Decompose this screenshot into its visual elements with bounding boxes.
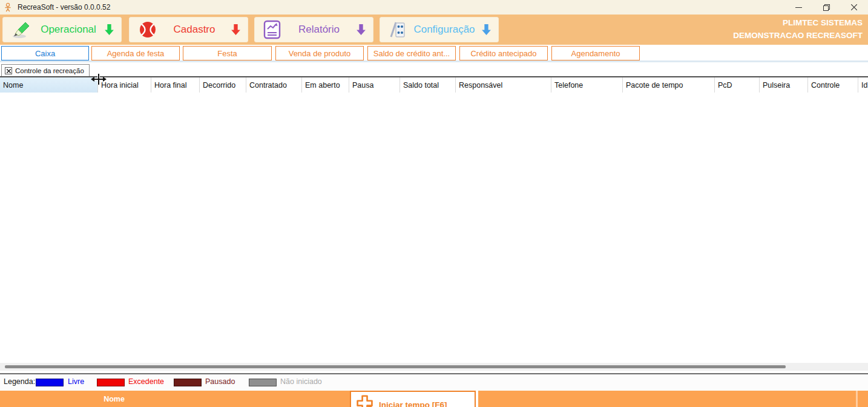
menu-button-relatorio[interactable]: Relatório [254, 17, 373, 42]
tab-label: Caixa [35, 49, 55, 58]
column-resize-cursor-icon [91, 73, 107, 85]
main-toolbar: Operacional Cadastro R [0, 15, 868, 45]
legend-label-pausado: Pausado [205, 377, 235, 386]
bottom-grid-header-right [478, 391, 868, 407]
module-tabstrip: Caixa Agenda de festa Festa Venda de pro… [0, 45, 868, 60]
tab-label: Venda de produto [289, 49, 351, 58]
column-label: PcD [718, 81, 732, 90]
column-label: Controle [811, 81, 840, 90]
column-header-pulseira[interactable]: Pulseira [760, 77, 808, 93]
column-label: Hora inicial [101, 81, 139, 90]
tab-label: Saldo de crédito ant... [373, 49, 450, 58]
legend-swatch-pausado [174, 379, 202, 386]
bottom-column-separator [856, 391, 858, 407]
window-title: RecreaSoft - versão 0.0.0.52 [18, 3, 110, 11]
minimize-button[interactable] [784, 0, 812, 15]
column-header-pcd[interactable]: PcD [715, 77, 760, 93]
app-window: RecreaSoft - versão 0.0.0.52 [0, 0, 868, 407]
down-arrow-icon [105, 24, 114, 36]
tab-festa[interactable]: Festa [183, 46, 272, 60]
menu-button-configuracao[interactable]: Configuração [380, 17, 499, 42]
down-arrow-icon [357, 24, 366, 36]
titlebar: RecreaSoft - versão 0.0.0.52 [0, 0, 868, 15]
horizontal-scrollbar[interactable] [0, 363, 868, 371]
column-header-saldo-total[interactable]: Saldo total [400, 77, 456, 93]
bottom-grid-header-bar: Nome Iniciar tempo [F6] [0, 391, 868, 407]
column-header-pacote-de-tempo[interactable]: Pacote de tempo [623, 77, 715, 93]
menu-button-cadastro[interactable]: Cadastro [129, 17, 248, 42]
company-name: PLIMTEC SISTEMAS [733, 16, 863, 29]
down-arrow-icon [482, 24, 491, 36]
column-label: Pulseira [763, 81, 790, 90]
legend-label-livre: Livre [68, 377, 84, 386]
menu-label-relatorio: Relatório [281, 24, 357, 36]
scrollbar-thumb[interactable] [5, 365, 786, 368]
app-icon [3, 2, 13, 12]
ball-icon [138, 20, 157, 39]
menu-label-operacional: Operacional [32, 24, 105, 36]
tab-agenda-de-festa[interactable]: Agenda de festa [91, 46, 180, 60]
legend-swatch-livre [36, 379, 64, 386]
start-time-label: Iniciar tempo [F6] [379, 400, 447, 407]
bottom-grid-header-left: Nome [0, 391, 350, 407]
tab-venda-de-produto[interactable]: Venda de produto [275, 46, 364, 60]
down-arrow-icon [231, 24, 240, 36]
column-label: Nome [3, 81, 23, 90]
column-header-hora-final[interactable]: Hora final [151, 77, 200, 93]
grid-header: Nome Hora inicial Hora final Decorrido C… [0, 77, 868, 93]
plus-clock-icon [356, 394, 374, 407]
bottom-column-header-nome[interactable]: Nome [0, 391, 228, 407]
restore-button[interactable] [812, 0, 840, 15]
report-chart-icon [263, 20, 281, 39]
legend-title: Legenda: [4, 377, 35, 386]
column-label: Em aberto [305, 81, 340, 90]
close-icon [851, 4, 857, 10]
column-header-contratado[interactable]: Contratado [246, 77, 302, 93]
close-button[interactable] [840, 0, 868, 15]
column-header-pausa[interactable]: Pausa [349, 77, 400, 93]
column-label: Pausa [352, 81, 373, 90]
tab-saldo-de-credito[interactable]: Saldo de crédito ant... [367, 46, 456, 60]
subtab-controle-da-recreacao[interactable]: Controle da recreação [1, 64, 90, 77]
grid-body[interactable] [0, 93, 868, 363]
column-label: Saldo total [403, 81, 439, 90]
tab-label: Agendamento [571, 49, 620, 58]
domino-icon [389, 20, 407, 39]
legend-label-nao-iniciado: Não iniciado [280, 377, 322, 386]
column-header-nome[interactable]: Nome [0, 77, 98, 93]
start-time-button[interactable]: Iniciar tempo [F6] [350, 391, 476, 407]
tab-label: Agenda de festa [107, 49, 165, 58]
tab-caixa[interactable]: Caixa [1, 46, 89, 60]
column-label: Decorrido [203, 81, 235, 90]
tab-credito-antecipado[interactable]: Crédito antecipado [459, 46, 548, 60]
tab-label: Festa [217, 49, 237, 58]
column-header-responsavel[interactable]: Responsável [456, 77, 551, 93]
tab-label: Crédito antecipado [470, 49, 536, 58]
tab-agendamento[interactable]: Agendamento [551, 46, 640, 60]
column-header-decorrido[interactable]: Decorrido [200, 77, 246, 93]
tabstrip-underline [0, 60, 868, 62]
column-header-id[interactable]: Id [858, 77, 868, 93]
legend-bar: Legenda: Livre Excedente Pausado Não ini… [0, 374, 868, 391]
column-label: Pacote de tempo [626, 81, 683, 90]
close-icon [7, 69, 11, 73]
menu-label-cadastro: Cadastro [157, 24, 231, 36]
menu-button-operacional[interactable]: Operacional [2, 17, 122, 42]
highlighter-icon [12, 20, 32, 39]
legend-swatch-nao-iniciado [249, 379, 277, 386]
column-label: Telefone [554, 81, 583, 90]
column-label: Responsável [459, 81, 502, 90]
close-tab-button[interactable] [5, 67, 12, 74]
column-header-em-aberto[interactable]: Em aberto [302, 77, 349, 93]
column-label: Id [861, 81, 867, 90]
menu-label-configuracao: Configuração [407, 24, 482, 36]
column-header-controle[interactable]: Controle [808, 77, 858, 93]
column-label: Hora final [154, 81, 187, 90]
column-header-telefone[interactable]: Telefone [551, 77, 623, 93]
column-label: Nome [104, 395, 125, 403]
license-name: DEMONSTRACAO RECREASOFT [733, 29, 863, 42]
restore-icon [823, 4, 830, 11]
legend-label-excedente: Excedente [128, 377, 164, 386]
subtab-label: Controle da recreação [15, 67, 84, 74]
legend-swatch-excedente [97, 379, 125, 386]
